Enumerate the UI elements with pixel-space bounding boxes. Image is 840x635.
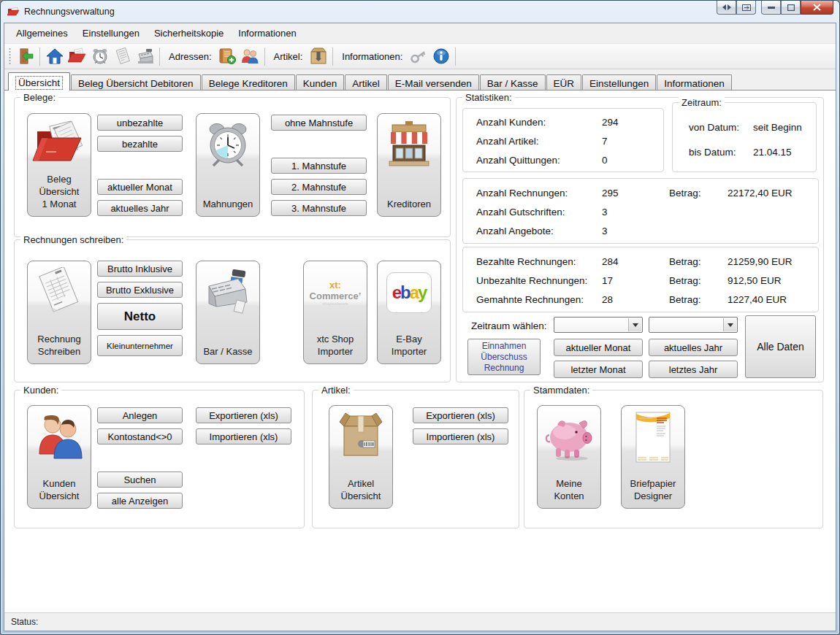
zeitraum-monat-select[interactable] <box>554 317 643 333</box>
rechnung-button[interactable] <box>111 46 134 67</box>
alle-daten-button[interactable]: Alle Daten <box>745 315 816 378</box>
tab-beleg-uebersicht-debitoren[interactable]: Beleg Übersicht Debitoren <box>71 74 201 90</box>
stat-value: 3 <box>602 226 608 236</box>
stat-label: Unbezahlte Rechnungen: <box>476 275 587 286</box>
mahnungen-button[interactable]: Mahnungen <box>196 113 260 217</box>
betrag-label: Betrag: <box>669 275 701 286</box>
kreditoren-button[interactable]: Kreditoren <box>377 113 441 217</box>
customers-icon <box>34 409 85 466</box>
meine-konten-button[interactable]: Meine Konten <box>537 405 601 509</box>
stat-value: 294 <box>602 117 619 128</box>
mahnstufe3-button[interactable]: 3. Mahnstufe <box>271 200 367 216</box>
artikel-uebersicht-button[interactable]: Artikel Übersicht <box>329 405 393 509</box>
titlebar[interactable]: Rechnungsverwaltung <box>1 1 839 22</box>
zeitraum-jahr-select[interactable] <box>649 317 738 333</box>
netto-button[interactable]: Netto <box>97 303 183 330</box>
minimize-button[interactable] <box>761 1 781 15</box>
toolbar-grip[interactable] <box>9 47 11 65</box>
address-book-add-icon <box>218 47 237 65</box>
bezahlte-button[interactable]: bezahlte <box>97 136 183 152</box>
belege-button[interactable] <box>66 46 88 67</box>
xtc-shop-importer-button[interactable]: xt: Commerce’ shopsoftware xtc Shop Impo… <box>303 261 367 364</box>
kunden-alle-anzeigen-button[interactable]: alle Anzeigen <box>97 493 183 509</box>
tab-einstellungen[interactable]: Einstellungen <box>582 74 656 90</box>
close-button[interactable] <box>801 1 833 15</box>
bar-kasse-button[interactable]: Bar / Kasse <box>196 261 260 364</box>
window-switch-button[interactable] <box>717 1 736 15</box>
tab-artikel[interactable]: Artikel <box>345 74 387 90</box>
artikel-exportieren-button[interactable]: Exportieren (xls) <box>413 407 508 423</box>
kunden-exportieren-button[interactable]: Exportieren (xls) <box>196 407 291 423</box>
beleg-uebersicht-button[interactable]: Beleg Übersicht 1 Monat <box>27 113 91 217</box>
stat-label: Bezahlte Rechnungen: <box>476 256 576 267</box>
group-kunden: Kunden: Kunden Übersicht <box>14 390 305 528</box>
adresse-anlegen-button[interactable] <box>216 46 239 67</box>
stat-label: Anzahl Quittungen: <box>476 155 560 166</box>
ebay-importer-button[interactable]: ebay E-Bay Importer <box>377 261 441 364</box>
brutto-exklusive-button[interactable]: Brutto Exklusive <box>97 282 183 298</box>
group-statistiken: Statistiken: Anzahl Kunden:294 Anzahl Ar… <box>456 97 824 382</box>
von-datum-label: von Datum: <box>689 122 739 133</box>
menu-einstellungen[interactable]: Einstellungen <box>75 25 147 42</box>
brutto-inklusive-button[interactable]: Brutto Inklusive <box>97 261 183 277</box>
kunden-importieren-button[interactable]: Importieren (xls) <box>196 428 291 445</box>
maximize-button[interactable] <box>781 1 801 15</box>
stat-letztes-jahr-button[interactable]: letztes Jahr <box>649 361 738 378</box>
alarm-clock-icon <box>91 47 109 65</box>
kunden-suchen-button[interactable]: Suchen <box>97 472 183 488</box>
einnahmen-ueberschuss-rechnung-button[interactable]: Einnahmen Überschuss Rechnung <box>467 339 541 375</box>
betrag-value: 22172,40 EUR <box>728 188 793 199</box>
briefpapier-designer-button[interactable]: Briefpapier Designer <box>621 405 685 509</box>
receipt-icon <box>114 47 131 65</box>
menu-allgemeines[interactable]: Allgemeines <box>9 25 75 42</box>
stat-label: Gemahnte Rechnungen: <box>476 294 584 305</box>
kleinunternehmer-button[interactable]: Kleinunternehmer <box>97 335 183 356</box>
group-artikel: Artikel: Art <box>312 390 519 528</box>
exit-button[interactable] <box>14 46 37 67</box>
tab-kunden[interactable]: Kunden <box>296 74 345 90</box>
tab-email-versenden[interactable]: E-Mail versenden <box>388 74 479 90</box>
mahnstufe2-button[interactable]: 2. Mahnstufe <box>271 179 367 195</box>
tab-informationen[interactable]: Informationen <box>657 74 732 90</box>
maximize-icon <box>787 4 795 11</box>
group-statistiken-label: Statistiken: <box>462 92 515 103</box>
tab-uebersicht[interactable]: Übersicht <box>8 72 70 91</box>
tab-euer[interactable]: EÜR <box>546 74 582 90</box>
statusbar: Status: <box>4 612 836 631</box>
toolbar-separator <box>332 47 333 66</box>
kontostand-button[interactable]: Kontostand<>0 <box>97 428 183 445</box>
ohne-mahnstufe-button[interactable]: ohne Mahnstufe <box>271 115 367 131</box>
invoice-sheet-icon <box>33 264 85 321</box>
stat-label: Anzahl Kunden: <box>476 117 546 128</box>
kunden-uebersicht-button[interactable]: Kunden Übersicht <box>27 405 91 509</box>
aktuelles-jahr-button[interactable]: aktuelles Jahr <box>97 200 183 216</box>
letterhead-icon <box>632 409 674 466</box>
kasse-button[interactable] <box>134 46 156 67</box>
lizenz-button[interactable] <box>407 46 429 67</box>
store-icon <box>383 117 435 174</box>
tab-belege-kreditoren[interactable]: Belege Kreditoren <box>202 74 295 90</box>
package-icon <box>335 409 386 466</box>
menu-sicherheitskopie[interactable]: Sicherheitskopie <box>147 25 231 42</box>
window-popout-button[interactable] <box>736 1 756 15</box>
stat-aktuelles-jahr-button[interactable]: aktuelles Jahr <box>649 339 738 356</box>
client-area: Allgemeines Einstellungen Sicherheitskop… <box>4 23 836 631</box>
tabstrip: Übersicht Beleg Übersicht Debitoren Bele… <box>4 69 836 90</box>
kunden-anlegen-button[interactable]: Anlegen <box>97 407 183 423</box>
artikel-importieren-button[interactable]: Importieren (xls) <box>413 428 508 445</box>
tab-bar-kasse[interactable]: Bar / Kasse <box>480 74 546 90</box>
rechnung-schreiben-button[interactable]: Rechnung Schreiben <box>27 261 91 364</box>
exit-door-icon <box>17 47 34 65</box>
menu-informationen[interactable]: Informationen <box>231 25 304 42</box>
stat-letzter-monat-button[interactable]: letzter Monat <box>554 361 643 378</box>
kunden-uebersicht-button[interactable] <box>239 46 261 67</box>
mahnungen-button[interactable] <box>88 46 111 67</box>
info-button[interactable] <box>429 46 452 67</box>
artikel-button[interactable] <box>307 46 329 67</box>
home-button[interactable] <box>43 46 66 67</box>
aktueller-monat-button[interactable]: aktueller Monat <box>97 179 183 195</box>
unbezahlte-button[interactable]: unbezahlte <box>97 115 183 131</box>
group-stammdaten: Stammdaten: <box>524 390 823 528</box>
stat-aktueller-monat-button[interactable]: aktueller Monat <box>554 339 643 356</box>
mahnstufe1-button[interactable]: 1. Mahnstufe <box>271 158 367 174</box>
